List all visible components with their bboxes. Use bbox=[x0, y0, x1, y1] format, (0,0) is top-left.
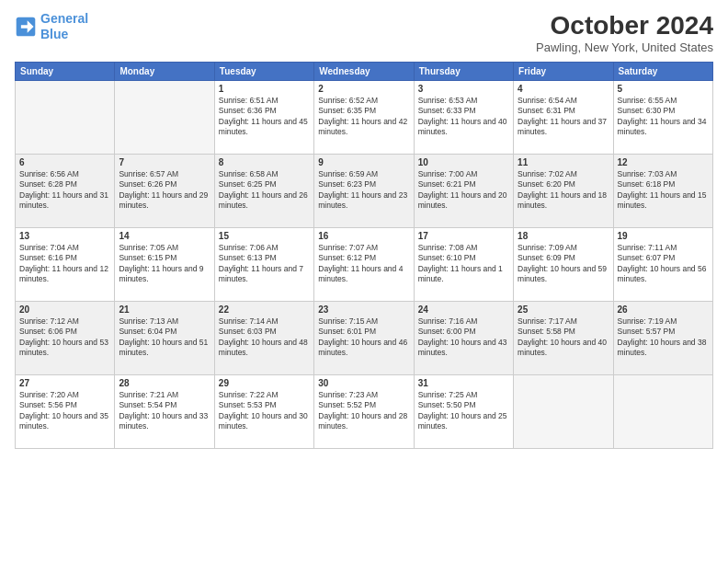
calendar-cell: 31Sunrise: 7:25 AM Sunset: 5:50 PM Dayli… bbox=[414, 375, 513, 449]
calendar-cell: 25Sunrise: 7:17 AM Sunset: 5:58 PM Dayli… bbox=[514, 302, 613, 375]
page: General Blue October 2024 Pawling, New Y… bbox=[0, 0, 728, 563]
day-info: Sunrise: 7:21 AM Sunset: 5:54 PM Dayligh… bbox=[119, 390, 210, 432]
calendar-cell: 6Sunrise: 6:56 AM Sunset: 6:28 PM Daylig… bbox=[16, 155, 115, 228]
day-info: Sunrise: 6:56 AM Sunset: 6:28 PM Dayligh… bbox=[19, 169, 110, 212]
day-number: 25 bbox=[518, 304, 609, 315]
day-info: Sunrise: 7:23 AM Sunset: 5:52 PM Dayligh… bbox=[318, 390, 409, 432]
day-number: 29 bbox=[219, 378, 310, 388]
day-number: 17 bbox=[418, 231, 509, 241]
day-number: 8 bbox=[219, 157, 310, 167]
day-info: Sunrise: 7:02 AM Sunset: 6:20 PM Dayligh… bbox=[518, 169, 609, 212]
day-number: 14 bbox=[119, 231, 210, 241]
day-info: Sunrise: 7:19 AM Sunset: 5:57 PM Dayligh… bbox=[618, 316, 709, 359]
calendar-cell: 10Sunrise: 7:00 AM Sunset: 6:21 PM Dayli… bbox=[414, 155, 513, 228]
day-info: Sunrise: 6:52 AM Sunset: 6:35 PM Dayligh… bbox=[318, 96, 409, 138]
day-info: Sunrise: 7:05 AM Sunset: 6:15 PM Dayligh… bbox=[119, 243, 210, 285]
calendar-cell: 26Sunrise: 7:19 AM Sunset: 5:57 PM Dayli… bbox=[613, 302, 712, 375]
day-info: Sunrise: 6:58 AM Sunset: 6:25 PM Dayligh… bbox=[219, 169, 310, 212]
day-number: 9 bbox=[318, 157, 409, 167]
day-number: 3 bbox=[418, 84, 509, 94]
calendar-cell: 29Sunrise: 7:22 AM Sunset: 5:53 PM Dayli… bbox=[214, 375, 313, 449]
day-number: 26 bbox=[618, 304, 709, 315]
calendar-cell: 4Sunrise: 6:54 AM Sunset: 6:31 PM Daylig… bbox=[514, 81, 613, 155]
calendar-cell: 16Sunrise: 7:07 AM Sunset: 6:12 PM Dayli… bbox=[314, 228, 414, 302]
day-number: 27 bbox=[19, 378, 110, 388]
calendar-body: 1Sunrise: 6:51 AM Sunset: 6:36 PM Daylig… bbox=[16, 81, 713, 449]
day-number: 31 bbox=[418, 378, 509, 388]
calendar-cell: 11Sunrise: 7:02 AM Sunset: 6:20 PM Dayli… bbox=[514, 155, 613, 228]
day-number: 4 bbox=[518, 84, 609, 94]
weekday-tuesday: Tuesday bbox=[214, 63, 313, 81]
month-year: October 2024 bbox=[536, 11, 713, 40]
day-number: 20 bbox=[19, 304, 110, 315]
day-number: 11 bbox=[518, 157, 609, 167]
calendar-cell: 24Sunrise: 7:16 AM Sunset: 6:00 PM Dayli… bbox=[414, 302, 513, 375]
calendar-cell: 8Sunrise: 6:58 AM Sunset: 6:25 PM Daylig… bbox=[214, 155, 313, 228]
day-info: Sunrise: 7:14 AM Sunset: 6:03 PM Dayligh… bbox=[219, 316, 310, 359]
week-row-5: 27Sunrise: 7:20 AM Sunset: 5:56 PM Dayli… bbox=[16, 375, 713, 449]
calendar-cell: 5Sunrise: 6:55 AM Sunset: 6:30 PM Daylig… bbox=[613, 81, 712, 155]
day-info: Sunrise: 7:06 AM Sunset: 6:13 PM Dayligh… bbox=[219, 243, 310, 285]
day-info: Sunrise: 6:57 AM Sunset: 6:26 PM Dayligh… bbox=[119, 169, 210, 212]
day-info: Sunrise: 7:04 AM Sunset: 6:16 PM Dayligh… bbox=[19, 243, 110, 285]
calendar-cell: 1Sunrise: 6:51 AM Sunset: 6:36 PM Daylig… bbox=[214, 81, 313, 155]
calendar-cell: 19Sunrise: 7:11 AM Sunset: 6:07 PM Dayli… bbox=[613, 228, 712, 302]
day-info: Sunrise: 7:11 AM Sunset: 6:07 PM Dayligh… bbox=[618, 243, 709, 285]
calendar-cell: 23Sunrise: 7:15 AM Sunset: 6:01 PM Dayli… bbox=[314, 302, 414, 375]
header: General Blue October 2024 Pawling, New Y… bbox=[15, 11, 713, 54]
calendar-cell: 7Sunrise: 6:57 AM Sunset: 6:26 PM Daylig… bbox=[115, 155, 214, 228]
day-info: Sunrise: 7:15 AM Sunset: 6:01 PM Dayligh… bbox=[318, 316, 409, 359]
day-number: 13 bbox=[19, 231, 110, 241]
calendar-cell: 28Sunrise: 7:21 AM Sunset: 5:54 PM Dayli… bbox=[115, 375, 214, 449]
day-number: 28 bbox=[119, 378, 210, 388]
day-info: Sunrise: 6:59 AM Sunset: 6:23 PM Dayligh… bbox=[318, 169, 409, 212]
day-info: Sunrise: 7:16 AM Sunset: 6:00 PM Dayligh… bbox=[418, 316, 509, 359]
day-info: Sunrise: 6:55 AM Sunset: 6:30 PM Dayligh… bbox=[618, 96, 709, 138]
calendar-cell bbox=[514, 375, 613, 449]
weekday-friday: Friday bbox=[514, 63, 613, 81]
day-info: Sunrise: 7:20 AM Sunset: 5:56 PM Dayligh… bbox=[19, 390, 110, 432]
day-number: 30 bbox=[318, 378, 409, 388]
day-number: 22 bbox=[219, 304, 310, 315]
weekday-header: SundayMondayTuesdayWednesdayThursdayFrid… bbox=[16, 63, 713, 81]
logo-text: General Blue bbox=[40, 11, 88, 42]
day-number: 10 bbox=[418, 157, 509, 167]
calendar-cell: 14Sunrise: 7:05 AM Sunset: 6:15 PM Dayli… bbox=[115, 228, 214, 302]
day-number: 6 bbox=[19, 157, 110, 167]
day-info: Sunrise: 7:08 AM Sunset: 6:10 PM Dayligh… bbox=[418, 243, 509, 285]
day-info: Sunrise: 6:54 AM Sunset: 6:31 PM Dayligh… bbox=[518, 96, 609, 138]
week-row-4: 20Sunrise: 7:12 AM Sunset: 6:06 PM Dayli… bbox=[16, 302, 713, 375]
day-info: Sunrise: 7:17 AM Sunset: 5:58 PM Dayligh… bbox=[518, 316, 609, 359]
calendar-cell: 12Sunrise: 7:03 AM Sunset: 6:18 PM Dayli… bbox=[613, 155, 712, 228]
logo-line2: Blue bbox=[40, 27, 68, 41]
calendar-cell bbox=[16, 81, 115, 155]
day-info: Sunrise: 7:13 AM Sunset: 6:04 PM Dayligh… bbox=[119, 316, 210, 359]
logo-icon bbox=[15, 16, 37, 38]
day-number: 16 bbox=[318, 231, 409, 241]
day-number: 24 bbox=[418, 304, 509, 315]
day-info: Sunrise: 7:09 AM Sunset: 6:09 PM Dayligh… bbox=[518, 243, 609, 285]
calendar-cell: 27Sunrise: 7:20 AM Sunset: 5:56 PM Dayli… bbox=[16, 375, 115, 449]
week-row-2: 6Sunrise: 6:56 AM Sunset: 6:28 PM Daylig… bbox=[16, 155, 713, 228]
location: Pawling, New York, United States bbox=[536, 40, 713, 54]
day-number: 19 bbox=[618, 231, 709, 241]
day-info: Sunrise: 7:07 AM Sunset: 6:12 PM Dayligh… bbox=[318, 243, 409, 285]
calendar-cell bbox=[613, 375, 712, 449]
day-number: 7 bbox=[119, 157, 210, 167]
week-row-3: 13Sunrise: 7:04 AM Sunset: 6:16 PM Dayli… bbox=[16, 228, 713, 302]
calendar-cell: 3Sunrise: 6:53 AM Sunset: 6:33 PM Daylig… bbox=[414, 81, 513, 155]
day-number: 12 bbox=[618, 157, 709, 167]
day-info: Sunrise: 7:22 AM Sunset: 5:53 PM Dayligh… bbox=[219, 390, 310, 432]
weekday-wednesday: Wednesday bbox=[314, 63, 414, 81]
calendar-cell: 13Sunrise: 7:04 AM Sunset: 6:16 PM Dayli… bbox=[16, 228, 115, 302]
calendar-cell: 20Sunrise: 7:12 AM Sunset: 6:06 PM Dayli… bbox=[16, 302, 115, 375]
weekday-monday: Monday bbox=[115, 63, 214, 81]
calendar-cell: 30Sunrise: 7:23 AM Sunset: 5:52 PM Dayli… bbox=[314, 375, 414, 449]
weekday-sunday: Sunday bbox=[16, 63, 115, 81]
day-number: 1 bbox=[219, 84, 310, 94]
logo: General Blue bbox=[15, 11, 88, 42]
day-info: Sunrise: 6:53 AM Sunset: 6:33 PM Dayligh… bbox=[418, 96, 509, 138]
day-info: Sunrise: 7:25 AM Sunset: 5:50 PM Dayligh… bbox=[418, 390, 509, 432]
calendar-cell: 18Sunrise: 7:09 AM Sunset: 6:09 PM Dayli… bbox=[514, 228, 613, 302]
day-number: 5 bbox=[618, 84, 709, 94]
